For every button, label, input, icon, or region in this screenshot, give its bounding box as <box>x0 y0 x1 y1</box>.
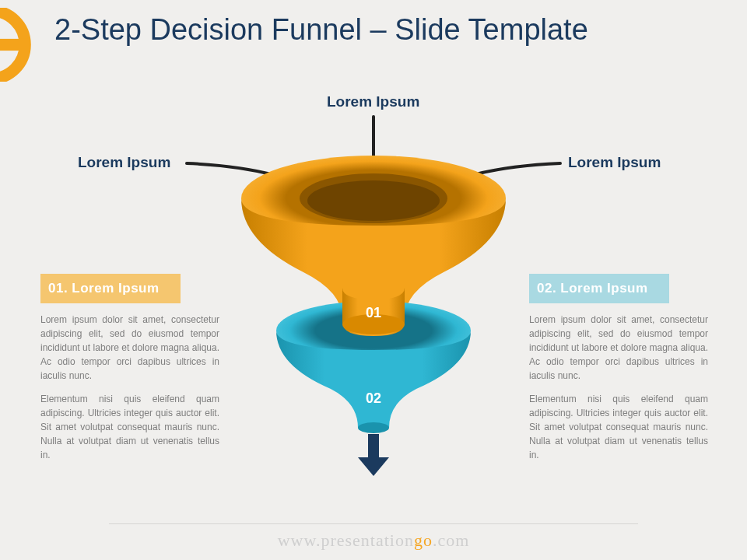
svg-point-4 <box>307 180 440 221</box>
panel-step-1-para-2: Elementum nisi quis eleifend quam adipis… <box>40 392 219 462</box>
panel-step-2-para-2: Elementum nisi quis eleifend quam adipis… <box>529 392 708 462</box>
panel-step-2-heading: 02. Lorem Ipsum <box>529 274 669 303</box>
footer-prefix: www. <box>278 530 321 550</box>
panel-step-1-para-1: Lorem ipsum dolor sit amet, consectetur … <box>40 313 219 383</box>
panel-step-1: 01. Lorem Ipsum Lorem ipsum dolor sit am… <box>40 274 219 471</box>
output-arrow <box>358 434 389 476</box>
brand-logo-fragment <box>0 8 43 82</box>
panel-step-1-heading: 01. Lorem Ipsum <box>40 274 181 303</box>
svg-rect-9 <box>368 434 379 459</box>
footer-brand-pre: presentation <box>321 530 414 550</box>
svg-rect-1 <box>0 39 28 51</box>
footer-url: www.presentationgo.com <box>0 530 747 551</box>
slide-title: 2-Step Decision Funnel – Slide Template <box>54 14 693 47</box>
input-label-top: Lorem Ipsum <box>327 93 419 110</box>
footer-divider <box>109 523 638 524</box>
input-label-right: Lorem Ipsum <box>568 154 661 171</box>
funnel-graphic: 01 02 <box>218 140 529 498</box>
stage-2-number: 02 <box>366 390 381 406</box>
svg-point-7 <box>358 422 389 433</box>
panel-step-2-para-1: Lorem ipsum dolor sit amet, consectetur … <box>529 313 708 383</box>
footer-suffix: .com <box>433 530 469 550</box>
input-label-left: Lorem Ipsum <box>78 154 170 171</box>
stage-1-number: 01 <box>366 305 381 320</box>
panel-step-2: 02. Lorem Ipsum Lorem ipsum dolor sit am… <box>529 274 708 471</box>
footer-brand-accent: go <box>414 530 433 550</box>
